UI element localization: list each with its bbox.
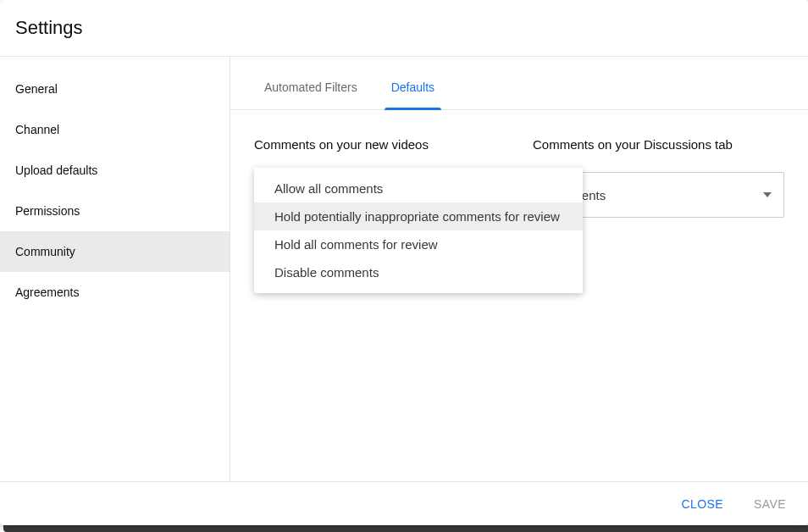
sidebar-item-label: Channel: [15, 123, 59, 136]
dropdown-option-label: Hold all comments for review: [274, 237, 438, 252]
main-panel: Automated Filters Defaults Comments on y…: [230, 57, 808, 481]
dropdown-option-hold-all[interactable]: Hold all comments for review: [254, 230, 583, 258]
section-title-discussions: Comments on your Discussions tab: [533, 137, 784, 152]
tab-defaults[interactable]: Defaults: [385, 80, 441, 109]
page-title: Settings: [15, 17, 793, 39]
dialog-header: Settings: [0, 0, 808, 56]
sidebar-item-general[interactable]: General: [0, 69, 230, 109]
sidebar-item-label: Permissions: [15, 204, 80, 218]
dialog-body: General Channel Upload defaults Permissi…: [0, 56, 808, 481]
tabs: Automated Filters Defaults: [230, 57, 808, 110]
tab-label: Defaults: [391, 80, 434, 94]
dropdown-option-label: Allow all comments: [274, 181, 383, 196]
dropdown-option-label: Disable comments: [274, 265, 379, 280]
caret-down-icon: [763, 192, 772, 197]
close-button[interactable]: CLOSE: [678, 492, 727, 516]
sidebar-item-agreements[interactable]: Agreements: [0, 272, 230, 313]
sidebar-item-label: Community: [15, 245, 75, 258]
sidebar-item-upload-defaults[interactable]: Upload defaults: [0, 150, 230, 191]
dropdown-option-allow-all[interactable]: Allow all comments: [254, 175, 583, 202]
content: Comments on your new videos Allow all co…: [230, 110, 808, 245]
sidebar: General Channel Upload defaults Permissi…: [0, 57, 230, 481]
dialog-shadow: [3, 525, 808, 532]
settings-dialog: Settings General Channel Upload defaults…: [0, 0, 808, 525]
comment-mode-dropdown: Allow all comments Hold potentially inap…: [254, 168, 583, 293]
dropdown-option-label: Hold potentially inappropriate comments …: [274, 209, 560, 224]
section-title-new-videos: Comments on your new videos: [254, 137, 506, 152]
dropdown-option-hold-inappropriate[interactable]: Hold potentially inappropriate comments …: [254, 202, 583, 230]
dropdown-option-disable[interactable]: Disable comments: [254, 258, 583, 286]
sidebar-item-community[interactable]: Community: [0, 231, 230, 272]
tab-automated-filters[interactable]: Automated Filters: [257, 80, 364, 109]
column-new-videos: Comments on your new videos Allow all co…: [254, 137, 506, 218]
sidebar-item-label: Upload defaults: [15, 163, 97, 177]
tab-label: Automated Filters: [264, 80, 357, 94]
sidebar-item-permissions[interactable]: Permissions: [0, 191, 230, 231]
sidebar-item-channel[interactable]: Channel: [0, 109, 230, 150]
save-button[interactable]: SAVE: [750, 492, 789, 516]
dialog-footer: CLOSE SAVE: [0, 481, 808, 525]
sidebar-item-label: General: [15, 82, 58, 96]
sidebar-item-label: Agreements: [15, 285, 79, 299]
